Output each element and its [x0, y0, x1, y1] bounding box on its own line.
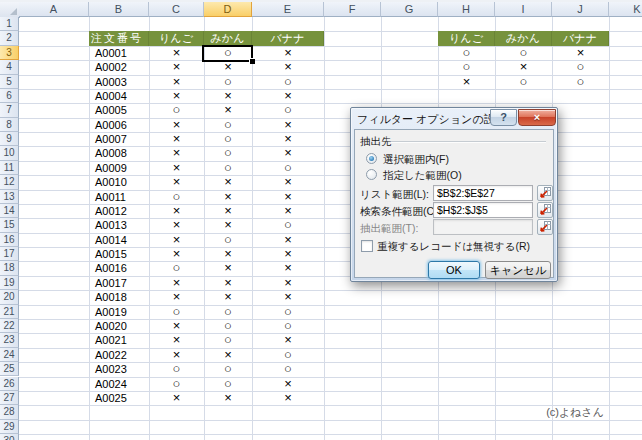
- row-header-12[interactable]: 12: [0, 175, 19, 189]
- row-header-11[interactable]: 11: [0, 161, 19, 175]
- unique-records-checkbox[interactable]: [361, 240, 373, 252]
- grid-cell-D9[interactable]: ○: [204, 132, 252, 146]
- grid-cell-E6[interactable]: ×: [252, 89, 324, 103]
- grid-cell-E12[interactable]: ×: [252, 175, 324, 189]
- fill-handle[interactable]: [249, 58, 255, 64]
- grid-cell-D5[interactable]: ○: [204, 75, 252, 89]
- grid-cell-H4[interactable]: ○: [438, 60, 495, 74]
- grid-cell-B11[interactable]: A0009: [89, 161, 149, 175]
- grid-cell-D25[interactable]: ○: [204, 362, 252, 376]
- grid-cell-C27[interactable]: ×: [149, 391, 204, 405]
- grid-cell-C5[interactable]: ×: [149, 75, 204, 89]
- grid-cell-B18[interactable]: A0016: [89, 261, 149, 275]
- row-header-7[interactable]: 7: [0, 103, 19, 117]
- grid-cell-B25[interactable]: A0023: [89, 362, 149, 376]
- grid-cell-C6[interactable]: ×: [149, 89, 204, 103]
- grid-cell-C14[interactable]: ×: [149, 204, 204, 218]
- grid-cell-E9[interactable]: ×: [252, 132, 324, 146]
- row-header-26[interactable]: 26: [0, 377, 19, 391]
- grid-cell-D21[interactable]: ○: [204, 305, 252, 319]
- grid-cell-B4[interactable]: A0002: [89, 60, 149, 74]
- grid-cell-E17[interactable]: ×: [252, 247, 324, 261]
- grid-cell-C4[interactable]: ×: [149, 60, 204, 74]
- radio-copy-to-location-label[interactable]: 指定した範囲(O): [383, 169, 462, 183]
- grid-cell-D19[interactable]: ×: [204, 276, 252, 290]
- grid-cell-J5[interactable]: ○: [552, 75, 609, 89]
- grid-cell-C11[interactable]: ×: [149, 161, 204, 175]
- grid-cell-E25[interactable]: ○: [252, 362, 324, 376]
- row-header-20[interactable]: 20: [0, 290, 19, 304]
- row-header-13[interactable]: 13: [0, 190, 19, 204]
- grid-cell-D24[interactable]: ×: [204, 348, 252, 362]
- criteria-header-cell[interactable]: バナナ: [552, 31, 609, 45]
- grid-cell-E23[interactable]: ×: [252, 333, 324, 347]
- grid-cell-E11[interactable]: ○: [252, 161, 324, 175]
- grid-cell-B5[interactable]: A0003: [89, 75, 149, 89]
- column-header-B[interactable]: B: [89, 2, 149, 17]
- row-header-18[interactable]: 18: [0, 261, 19, 275]
- grid-cell-D6[interactable]: ×: [204, 89, 252, 103]
- grid-cell-D26[interactable]: ○: [204, 377, 252, 391]
- table-header-cell[interactable]: りんご: [149, 31, 204, 45]
- grid-cell-E14[interactable]: ×: [252, 204, 324, 218]
- grid-cell-I3[interactable]: ○: [495, 46, 552, 60]
- grid-cell-E24[interactable]: ○: [252, 348, 324, 362]
- grid-cell-B19[interactable]: A0017: [89, 276, 149, 290]
- grid-cell-C3[interactable]: ×: [149, 46, 204, 60]
- column-header-C[interactable]: C: [149, 2, 204, 17]
- grid-cell-J3[interactable]: ×: [552, 46, 609, 60]
- grid-cell-E4[interactable]: ×: [252, 60, 324, 74]
- grid-cell-E7[interactable]: ○: [252, 103, 324, 117]
- radio-filter-in-place[interactable]: [366, 153, 377, 164]
- grid-cell-D10[interactable]: ○: [204, 146, 252, 160]
- row-header-21[interactable]: 21: [0, 305, 19, 319]
- grid-cell-B13[interactable]: A0011: [89, 190, 149, 204]
- copy-to-range-picker-button[interactable]: [537, 219, 553, 235]
- column-header-J[interactable]: J: [552, 2, 609, 17]
- row-header-10[interactable]: 10: [0, 146, 19, 160]
- row-header-16[interactable]: 16: [0, 233, 19, 247]
- grid-cell-C17[interactable]: ×: [149, 247, 204, 261]
- grid-cell-C8[interactable]: ×: [149, 118, 204, 132]
- grid-cell-E5[interactable]: ○: [252, 75, 324, 89]
- grid-cell-B12[interactable]: A0010: [89, 175, 149, 189]
- grid-cell-D8[interactable]: ○: [204, 118, 252, 132]
- grid-cell-C10[interactable]: ×: [149, 146, 204, 160]
- grid-cell-B21[interactable]: A0019: [89, 305, 149, 319]
- select-all-corner[interactable]: [0, 2, 20, 18]
- grid-cell-D20[interactable]: ×: [204, 290, 252, 304]
- grid-cell-B9[interactable]: A0007: [89, 132, 149, 146]
- list-range-picker-button[interactable]: [537, 185, 553, 201]
- grid-cell-C9[interactable]: ×: [149, 132, 204, 146]
- row-header-24[interactable]: 24: [0, 348, 19, 362]
- grid-cell-B3[interactable]: A0001: [89, 46, 149, 60]
- column-header-A[interactable]: A: [19, 2, 89, 17]
- grid-cell-H5[interactable]: ×: [438, 75, 495, 89]
- grid-cell-B22[interactable]: A0020: [89, 319, 149, 333]
- grid-cell-C24[interactable]: ×: [149, 348, 204, 362]
- row-header-3[interactable]: 3: [0, 46, 19, 60]
- ok-button[interactable]: OK: [428, 261, 480, 279]
- row-header-22[interactable]: 22: [0, 319, 19, 333]
- radio-copy-to-location[interactable]: [366, 169, 377, 180]
- grid-cell-D7[interactable]: ×: [204, 103, 252, 117]
- grid-cell-E15[interactable]: ○: [252, 218, 324, 232]
- grid-cell-C16[interactable]: ×: [149, 233, 204, 247]
- row-header-2[interactable]: 2: [0, 31, 19, 45]
- row-header-14[interactable]: 14: [0, 204, 19, 218]
- grid-cell-B6[interactable]: A0004: [89, 89, 149, 103]
- row-header-15[interactable]: 15: [0, 218, 19, 232]
- grid-cell-D16[interactable]: ○: [204, 233, 252, 247]
- table-header-cell[interactable]: みかん: [204, 31, 252, 45]
- grid-cell-D18[interactable]: ×: [204, 261, 252, 275]
- row-header-8[interactable]: 8: [0, 118, 19, 132]
- row-header-29[interactable]: 29: [0, 420, 19, 434]
- row-header-25[interactable]: 25: [0, 362, 19, 376]
- row-header-27[interactable]: 27: [0, 391, 19, 405]
- grid-cell-C22[interactable]: ×: [149, 319, 204, 333]
- grid-cell-E18[interactable]: ×: [252, 261, 324, 275]
- grid-cell-E3[interactable]: ×: [252, 46, 324, 60]
- criteria-range-picker-button[interactable]: [537, 202, 553, 218]
- column-header-E[interactable]: E: [252, 2, 324, 17]
- grid-cell-E26[interactable]: ×: [252, 377, 324, 391]
